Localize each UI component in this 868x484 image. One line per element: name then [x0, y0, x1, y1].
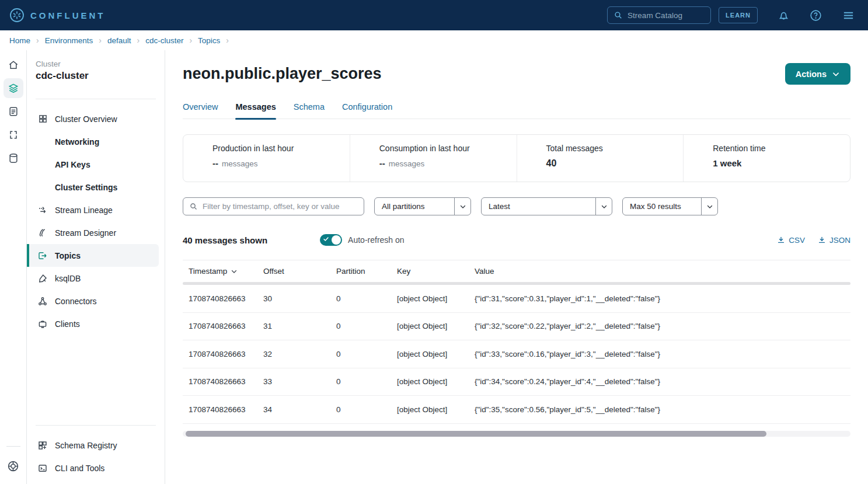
bell-icon[interactable]	[778, 9, 790, 22]
json-label: JSON	[829, 236, 850, 245]
cell-value: {"id":33,"score":0.16,"player_id":3,"__d…	[475, 350, 850, 358]
tab-messages[interactable]: Messages	[235, 102, 276, 119]
search-icon	[189, 202, 198, 211]
breadcrumb-environments[interactable]: Environments	[45, 36, 93, 45]
cell-timestamp: 1708740826663	[183, 405, 263, 414]
sidebar-item-label: Cluster Overview	[55, 114, 117, 124]
sidebar-item-ksqldb[interactable]: ksqlDB	[27, 267, 159, 290]
column-header-key: Key	[397, 267, 475, 276]
cell-timestamp: 1708740826663	[183, 350, 263, 358]
cell-value: {"id":31,"score":0.31,"player_id":1,"__d…	[475, 294, 850, 303]
page-title: neon.public.player_scores	[183, 65, 382, 83]
cell-partition: 0	[336, 377, 397, 386]
message-filter-input[interactable]	[203, 202, 358, 211]
database-icon[interactable]	[4, 148, 23, 168]
cell-offset: 30	[263, 294, 336, 303]
messages-table: Timestamp Offset Partition Key Value 170…	[183, 260, 850, 437]
hamburger-icon[interactable]	[842, 9, 855, 22]
table-row[interactable]: 1708740826663 31 0 [object Object] {"id"…	[183, 313, 850, 341]
confluent-app: CONFLUENT LEARN	[0, 0, 868, 484]
sidebar-item-connectors[interactable]: Connectors	[27, 290, 159, 312]
globe-icon[interactable]	[4, 456, 23, 476]
stat-value: 1 week	[713, 158, 741, 168]
document-icon[interactable]	[4, 102, 23, 121]
message-filters: All partitions Latest Max 50 results	[183, 197, 850, 215]
sidebar-item-schema-registry[interactable]: Schema Registry	[27, 434, 159, 457]
sidebar-item-networking[interactable]: Networking	[27, 130, 159, 153]
cell-offset: 32	[263, 350, 336, 358]
messages-count: 40 messages shown	[183, 235, 267, 245]
sidebar-item-stream-designer[interactable]: Stream Designer	[27, 221, 159, 244]
download-icon	[777, 236, 785, 244]
chevron-down-icon	[701, 198, 717, 215]
main-content: neon.public.player_scores Actions Overvi…	[165, 50, 868, 484]
actions-button-label: Actions	[796, 69, 827, 79]
cell-key: [object Object]	[397, 405, 475, 414]
column-header-offset: Offset	[263, 267, 336, 276]
stat-production: Production in last hour -- messages	[183, 135, 350, 182]
confluent-logo-icon	[9, 8, 25, 23]
table-row[interactable]: 1708740826663 32 0 [object Object] {"id"…	[183, 340, 850, 368]
connectors-icon	[37, 296, 48, 307]
stat-consumption: Consumption in last hour -- messages	[350, 135, 517, 182]
icon-rail	[0, 50, 27, 484]
table-row[interactable]: 1708740826663 33 0 [object Object] {"id"…	[183, 368, 850, 396]
stat-value: --	[212, 158, 218, 168]
check-icon	[323, 236, 329, 242]
confluent-logo[interactable]: CONFLUENT	[9, 8, 106, 23]
stream-catalog-search[interactable]	[607, 6, 711, 24]
sidebar-item-api-keys[interactable]: API Keys	[27, 153, 159, 176]
download-json-link[interactable]: JSON	[818, 236, 850, 245]
learn-button[interactable]: LEARN	[719, 7, 758, 23]
stat-label: Total messages	[546, 144, 684, 153]
search-icon	[613, 11, 623, 20]
download-csv-link[interactable]: CSV	[777, 236, 805, 245]
sidebar-item-topics[interactable]: Topics	[27, 244, 159, 267]
result-limit-select[interactable]: Max 50 results	[622, 197, 718, 215]
sidebar-footer-divider	[36, 425, 156, 426]
download-icon	[818, 236, 826, 244]
breadcrumb-topics[interactable]: Topics	[198, 36, 220, 45]
cluster-name: cdc-cluster	[36, 70, 165, 82]
chevron-right-icon: ›	[99, 36, 102, 45]
stat-total-messages: Total messages 40	[517, 135, 684, 182]
chevron-down-icon	[595, 198, 612, 215]
brackets-icon[interactable]	[4, 125, 23, 145]
scrollbar-thumb[interactable]	[186, 431, 766, 437]
breadcrumb-home[interactable]: Home	[9, 36, 30, 45]
sidebar-item-cluster-overview[interactable]: Cluster Overview	[27, 107, 159, 130]
sidebar-item-cli-and-tools[interactable]: CLI and Tools	[27, 457, 159, 479]
sidebar-item-cluster-settings[interactable]: Cluster Settings	[27, 176, 159, 199]
stat-value: 40	[546, 158, 557, 169]
stream-catalog-input[interactable]	[628, 11, 698, 20]
offset-order-select[interactable]: Latest	[481, 197, 612, 215]
cell-offset: 31	[263, 322, 336, 330]
tab-configuration[interactable]: Configuration	[342, 102, 392, 119]
breadcrumb-default[interactable]: default	[107, 36, 131, 45]
designer-icon	[37, 228, 48, 238]
stat-suffix: messages	[222, 159, 258, 168]
auto-refresh-toggle[interactable]	[320, 234, 342, 246]
partition-select[interactable]: All partitions	[374, 197, 471, 215]
chevron-right-icon: ›	[189, 36, 192, 45]
home-icon[interactable]	[4, 55, 23, 75]
cell-value: {"id":32,"score":0.22,"player_id":2,"__d…	[475, 322, 850, 330]
breadcrumb-cdc-cluster[interactable]: cdc-cluster	[145, 36, 183, 45]
message-filter-search[interactable]	[183, 197, 364, 215]
cell-value: {"id":35,"score":0.56,"player_id":5,"__d…	[475, 405, 850, 414]
cluster-label: Cluster	[36, 60, 165, 68]
table-row[interactable]: 1708740826663 30 0 [object Object] {"id"…	[183, 285, 850, 313]
sidebar-item-stream-lineage[interactable]: Stream Lineage	[27, 199, 159, 221]
topic-stats-card: Production in last hour -- messages Cons…	[183, 134, 850, 182]
tab-schema[interactable]: Schema	[294, 102, 325, 119]
table-row[interactable]: 1708740826663 34 0 [object Object] {"id"…	[183, 396, 850, 424]
column-header-timestamp[interactable]: Timestamp	[183, 267, 263, 276]
layers-icon[interactable]	[4, 78, 23, 98]
tab-overview[interactable]: Overview	[183, 102, 218, 119]
csv-label: CSV	[789, 236, 805, 245]
help-icon[interactable]	[810, 9, 822, 22]
sidebar-divider	[36, 99, 156, 99]
sidebar-item-clients[interactable]: Clients	[27, 312, 159, 335]
stat-value: --	[379, 158, 385, 168]
actions-button[interactable]: Actions	[785, 63, 850, 85]
